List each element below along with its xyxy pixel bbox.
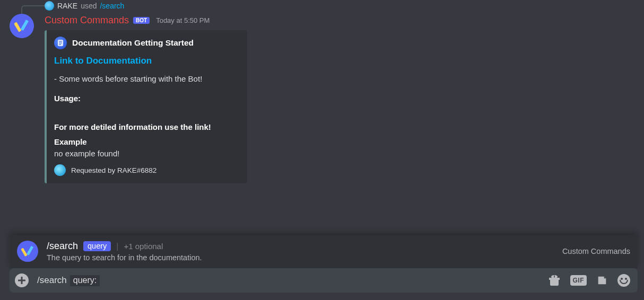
message: Custom Commands BOT Today at 5:50 PM Doc… [10,14,639,38]
bot-tag: BOT [133,17,150,24]
gift-icon [548,274,561,287]
embed-description: - Some words before starting with the Bo… [54,73,239,85]
autocomplete-divider: | [116,242,118,251]
embed-usage-label: Usage: [54,93,239,104]
embed-title-link[interactable]: Link to Documentation [54,55,239,68]
sticker-icon [596,275,608,286]
sticker-button[interactable] [596,275,608,286]
embed-moreinfo: For more detiled information use the lin… [54,121,239,133]
chat-input-param: query: [70,275,100,286]
pencil-ruler-icon [14,19,29,33]
message-header: Custom Commands BOT Today at 5:50 PM [45,15,639,26]
embed-footer: Requested by RAKE#6882 [54,164,239,176]
autocomplete-description: The query to search for in the documenta… [47,253,562,262]
message-timestamp: Today at 5:50 PM [156,16,210,24]
embed-footer-avatar [54,164,66,176]
autocomplete-command-name: /search [47,241,78,252]
gif-icon: GIF [570,275,587,286]
svg-rect-7 [27,246,33,255]
embed-example-label: Example [54,136,239,148]
autocomplete-app-name: Custom Commands [562,247,630,255]
pencil-ruler-icon [21,245,34,258]
svg-rect-0 [14,22,22,32]
author-name[interactable]: Custom Commands [45,15,129,26]
gif-button[interactable]: GIF [570,275,587,286]
reply-username: RAKE [57,2,77,10]
reply-user-avatar [45,1,54,11]
autocomplete-optional: +1 optional [124,242,163,251]
emoji-button[interactable] [617,274,630,287]
embed-footer-text: Requested by RAKE#6882 [71,165,156,176]
embed: Documentation Getting Started Link to Do… [45,30,247,183]
reply-command: /search [100,2,124,10]
bot-avatar[interactable] [10,14,34,38]
embed-example-body: no example found! [54,148,239,160]
plus-icon [18,277,25,284]
autocomplete-app-avatar [17,241,38,262]
reply-reference[interactable]: RAKE used /search [45,1,124,11]
chat-input-bar: /search query: GIF [10,268,638,293]
command-autocomplete[interactable]: /search query | +1 optional The query to… [10,235,638,268]
document-icon [54,37,67,49]
emoji-icon [617,274,630,287]
svg-rect-1 [21,20,29,31]
svg-rect-6 [21,248,28,257]
gift-button[interactable] [548,274,561,287]
autocomplete-param: query [83,241,111,251]
embed-author: Documentation Getting Started [54,37,239,49]
chat-text-input[interactable]: /search query: [37,275,548,286]
reply-used-word: used [81,2,97,10]
embed-author-name: Documentation Getting Started [72,37,194,49]
upload-button[interactable] [15,273,29,287]
chat-input-command: /search [37,275,67,286]
